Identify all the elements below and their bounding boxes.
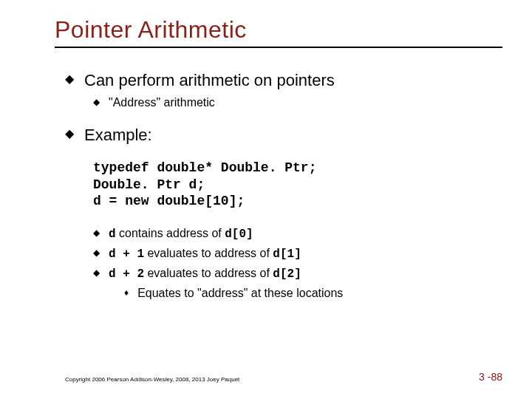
code-inline: d + 2 bbox=[109, 267, 144, 281]
bullet-item: ◆ Example: bbox=[65, 125, 488, 146]
diamond-icon: ◆ bbox=[93, 98, 100, 106]
code-block: typedef double* Double. Ptr; Double. Ptr… bbox=[93, 160, 488, 210]
code-inline: d[1] bbox=[273, 248, 301, 261]
diamond-icon: ◆ bbox=[65, 128, 74, 140]
diamond-icon: ◆ bbox=[93, 268, 100, 277]
bullet-text: d contains address of d[0] bbox=[109, 226, 253, 242]
bullet-item: ◆ d contains address of d[0] bbox=[93, 226, 488, 242]
spacer bbox=[58, 210, 488, 226]
page-title: Pointer Arithmetic bbox=[55, 16, 488, 44]
diamond-icon: ◆ bbox=[65, 73, 74, 85]
bullet-text: d + 1 evaluates to address of d[1] bbox=[109, 246, 301, 262]
diamond-icon: ◆ bbox=[93, 248, 100, 257]
bullet-text: Example: bbox=[84, 125, 152, 146]
code-inline: d[0] bbox=[225, 228, 253, 241]
text-run: contains address of bbox=[116, 227, 225, 239]
bullet-text: Can perform arithmetic on pointers bbox=[84, 70, 335, 91]
slide: Pointer Arithmetic ◆ Can perform arithme… bbox=[0, 0, 532, 399]
diamond-icon: ◆ bbox=[93, 228, 100, 237]
spacer bbox=[58, 149, 488, 160]
title-underline bbox=[55, 47, 502, 48]
bullet-item: ♦ Equates to "address" at these location… bbox=[124, 286, 488, 301]
spacer bbox=[58, 115, 488, 125]
bullet-item: ◆ Can perform arithmetic on pointers bbox=[65, 70, 488, 91]
bullet-item: ◆ d + 1 evaluates to address of d[1] bbox=[93, 246, 488, 262]
copyright-text: Copyright 2006 Pearson Addison-Wesley, 2… bbox=[65, 376, 239, 383]
code-inline: d + 1 bbox=[109, 248, 144, 261]
code-inline: d[2] bbox=[273, 267, 301, 281]
code-line: d = new double[10]; bbox=[93, 194, 245, 208]
bullet-text: "Address" arithmetic bbox=[109, 95, 215, 110]
bullet-text: Equates to "address" at these locations bbox=[137, 286, 343, 301]
slide-number: 3 -88 bbox=[479, 371, 502, 383]
code-line: typedef double* Double. Ptr; bbox=[93, 160, 316, 175]
code-line: Double. Ptr d; bbox=[93, 177, 205, 192]
code-inline: d bbox=[109, 228, 116, 241]
bullet-text: d + 2 evaluates to address of d[2] bbox=[109, 266, 301, 282]
text-run: evaluates to address of bbox=[144, 267, 273, 279]
bullet-item: ◆ d + 2 evaluates to address of d[2] bbox=[93, 266, 488, 282]
bullet-item: ◆ "Address" arithmetic bbox=[93, 95, 488, 110]
text-run: evaluates to address of bbox=[144, 247, 273, 259]
diamond-icon: ♦ bbox=[124, 288, 129, 297]
